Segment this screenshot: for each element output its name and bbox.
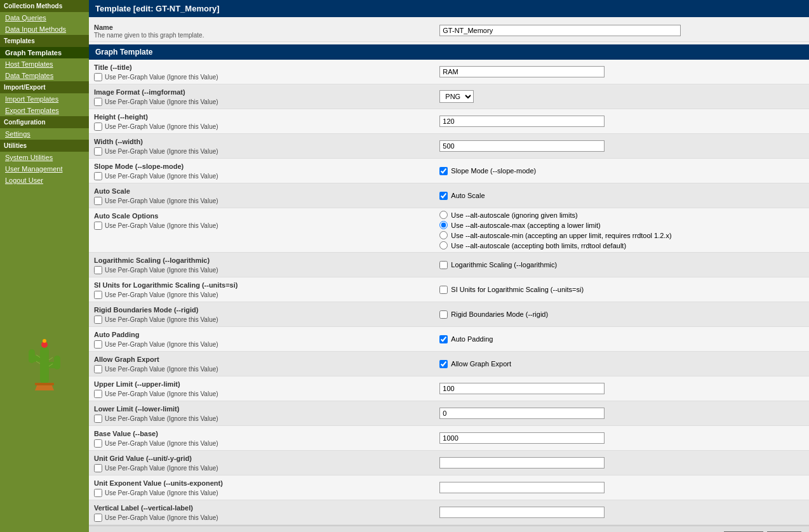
radio-auto-scale-options-alt-autoscale-both[interactable]	[439, 241, 448, 249]
sidebar-item-data-queries[interactable]: Data Queries	[0, 12, 89, 23]
per-graph-checkbox-rigid-boundaries[interactable]	[94, 316, 102, 324]
sidebar-section-import-export[interactable]: Import/Export	[0, 81, 89, 93]
per-graph-label-slope-mode: Use Per-Graph Value (Ignore this Value)	[105, 173, 218, 180]
per-graph-label-si-units: Use Per-Graph Value (Ignore this Value)	[105, 291, 218, 298]
sidebar-item-export-templates[interactable]: Export Templates	[0, 105, 89, 116]
per-graph-check-title: Use Per-Graph Value (Ignore this Value)	[94, 73, 429, 81]
field-label-base-value: Base Value (--base)	[94, 430, 429, 437]
table-row: Base Value (--base)Use Per-Graph Value (…	[89, 426, 809, 451]
per-graph-checkbox-allow-graph-export[interactable]	[94, 365, 102, 373]
sidebar-section-configuration[interactable]: Configuration	[0, 116, 89, 128]
per-graph-label-auto-padding: Use Per-Graph Value (Ignore this Value)	[105, 341, 218, 348]
per-graph-checkbox-logarithmic-scaling[interactable]	[94, 266, 102, 274]
per-graph-check-si-units: Use Per-Graph Value (Ignore this Value)	[94, 291, 429, 299]
main-content: Template [edit: GT-NT_Memory] Name The n…	[89, 0, 809, 532]
svg-rect-4	[54, 356, 60, 369]
checkbox-rigid-boundaries[interactable]	[439, 310, 448, 319]
per-graph-checkbox-lower-limit[interactable]	[94, 415, 102, 423]
checkbox-slope-mode[interactable]	[439, 167, 448, 175]
form-footer: cancel save	[89, 525, 809, 532]
per-graph-checkbox-height[interactable]	[94, 123, 102, 131]
input-title[interactable]	[439, 66, 605, 77]
field-label-auto-scale-options: Auto Scale Options	[94, 212, 429, 220]
name-input[interactable]	[439, 25, 681, 36]
per-graph-checkbox-upper-limit[interactable]	[94, 390, 102, 398]
input-unit-exponent[interactable]	[439, 482, 605, 493]
sidebar-item-settings[interactable]: Settings	[0, 128, 89, 140]
sidebar-section-templates[interactable]: Templates	[0, 35, 89, 47]
input-width[interactable]	[439, 140, 605, 152]
checkbox-si-units[interactable]	[439, 286, 448, 294]
radio-auto-scale-options-alt-autoscale[interactable]	[439, 211, 448, 219]
input-height[interactable]	[439, 116, 605, 127]
sidebar-item-system-utilities[interactable]: System Utilities	[0, 152, 89, 163]
checkbox-text-allow-graph-export: Allow Graph Export	[451, 360, 511, 368]
radio-text-auto-scale-options-alt-autoscale-both: Use --alt-autoscale (accepting both limi…	[451, 242, 626, 249]
sidebar-item-data-templates[interactable]: Data Templates	[0, 70, 89, 81]
field-label-height: Height (--height)	[94, 113, 429, 121]
per-graph-checkbox-auto-padding[interactable]	[94, 340, 102, 349]
per-graph-label-height: Use Per-Graph Value (Ignore this Value)	[105, 123, 218, 130]
sidebar: Collection Methods Data Queries Data Inp…	[0, 0, 89, 532]
input-unit-grid-value[interactable]	[439, 457, 605, 469]
sidebar-item-data-input-methods[interactable]: Data Input Methods	[0, 23, 89, 35]
table-row: Lower Limit (--lower-limit)Use Per-Graph…	[89, 401, 809, 426]
per-graph-checkbox-slope-mode[interactable]	[94, 172, 102, 180]
per-graph-label-auto-scale: Use Per-Graph Value (Ignore this Value)	[105, 197, 218, 204]
radio-text-auto-scale-options-alt-autoscale: Use --alt-autoscale (ignoring given limi…	[451, 211, 577, 219]
sidebar-item-logout-user[interactable]: Logout User	[0, 175, 89, 186]
name-description: The name given to this graph template.	[94, 32, 429, 39]
per-graph-check-width: Use Per-Graph Value (Ignore this Value)	[94, 147, 429, 156]
svg-rect-0	[40, 346, 49, 384]
checkbox-auto-padding[interactable]	[439, 335, 448, 343]
field-label-width: Width (--width)	[94, 138, 429, 145]
per-graph-label-rigid-boundaries: Use Per-Graph Value (Ignore this Value)	[105, 316, 218, 323]
input-base-value[interactable]	[439, 432, 605, 444]
per-graph-check-logarithmic-scaling: Use Per-Graph Value (Ignore this Value)	[94, 266, 429, 274]
checkbox-label-rigid-boundaries: Rigid Boundaries Mode (--rigid)	[439, 310, 804, 319]
input-vertical-label[interactable]	[439, 507, 605, 518]
sidebar-section-collection-methods[interactable]: Collection Methods	[0, 0, 89, 12]
per-graph-checkbox-unit-grid-value[interactable]	[94, 464, 102, 472]
per-graph-check-image-format: Use Per-Graph Value (Ignore this Value)	[94, 98, 429, 106]
per-graph-check-lower-limit: Use Per-Graph Value (Ignore this Value)	[94, 415, 429, 423]
sidebar-item-user-management[interactable]: User Management	[0, 163, 89, 175]
per-graph-check-rigid-boundaries: Use Per-Graph Value (Ignore this Value)	[94, 316, 429, 324]
checkbox-text-auto-scale: Auto Scale	[451, 192, 485, 199]
per-graph-checkbox-title[interactable]	[94, 73, 102, 81]
per-graph-label-title: Use Per-Graph Value (Ignore this Value)	[105, 74, 218, 81]
per-graph-checkbox-auto-scale-options[interactable]	[94, 222, 102, 230]
sidebar-section-utilities[interactable]: Utilities	[0, 140, 89, 152]
checkbox-logarithmic-scaling[interactable]	[439, 261, 448, 269]
input-lower-limit[interactable]	[439, 408, 605, 419]
checkbox-auto-scale[interactable]	[439, 192, 448, 200]
checkbox-allow-graph-export[interactable]	[439, 360, 448, 368]
table-row: Logarithmic Scaling (--logarithmic)Use P…	[89, 253, 809, 277]
checkbox-label-si-units: SI Units for Logarithmic Scaling (--unit…	[439, 286, 804, 294]
per-graph-check-base-value: Use Per-Graph Value (Ignore this Value)	[94, 439, 429, 448]
per-graph-label-allow-graph-export: Use Per-Graph Value (Ignore this Value)	[105, 366, 218, 373]
select-image-format[interactable]: PNGGIFSVG	[439, 90, 474, 103]
input-upper-limit[interactable]	[439, 383, 605, 394]
radio-label-auto-scale-options-alt-autoscale: Use --alt-autoscale (ignoring given limi…	[439, 211, 804, 219]
sidebar-item-import-templates[interactable]: Import Templates	[0, 93, 89, 105]
per-graph-checkbox-unit-exponent[interactable]	[94, 489, 102, 497]
per-graph-check-unit-exponent: Use Per-Graph Value (Ignore this Value)	[94, 489, 429, 497]
field-label-auto-padding: Auto Padding	[94, 331, 429, 338]
per-graph-checkbox-auto-scale[interactable]	[94, 197, 102, 205]
field-label-logarithmic-scaling: Logarithmic Scaling (--logarithmic)	[94, 256, 429, 264]
sidebar-item-host-templates[interactable]: Host Templates	[0, 58, 89, 70]
sidebar-logo	[0, 186, 89, 532]
per-graph-checkbox-vertical-label[interactable]	[94, 514, 102, 522]
per-graph-checkbox-width[interactable]	[94, 147, 102, 156]
radio-auto-scale-options-alt-autoscale-min[interactable]	[439, 231, 448, 239]
per-graph-checkbox-base-value[interactable]	[94, 439, 102, 448]
per-graph-checkbox-si-units[interactable]	[94, 291, 102, 299]
section-header-graph-template: Graph Template	[89, 44, 809, 60]
fields-table: Title (--title)Use Per-Graph Value (Igno…	[89, 60, 809, 525]
sidebar-item-graph-templates[interactable]: Graph Templates	[0, 47, 89, 58]
per-graph-check-unit-grid-value: Use Per-Graph Value (Ignore this Value)	[94, 464, 429, 472]
per-graph-checkbox-image-format[interactable]	[94, 98, 102, 106]
table-row: Rigid Boundaries Mode (--rigid)Use Per-G…	[89, 302, 809, 327]
radio-auto-scale-options-alt-autoscale-max[interactable]	[439, 221, 448, 229]
